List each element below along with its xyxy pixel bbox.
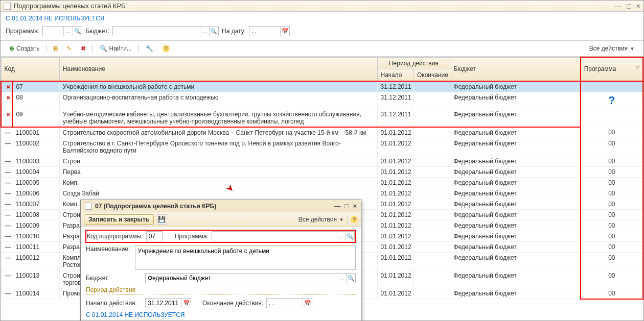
program-filter-input[interactable] bbox=[43, 27, 63, 36]
ellipsis-icon[interactable]: ... bbox=[63, 27, 73, 36]
calendar-icon[interactable]: 📅 bbox=[303, 299, 312, 308]
item-icon: — bbox=[5, 179, 12, 186]
copy-icon: ⎘ bbox=[54, 45, 57, 52]
date-filter-field[interactable]: 📅 bbox=[249, 26, 290, 36]
search-icon[interactable]: 🔍 bbox=[345, 232, 354, 241]
delete-button[interactable]: ✖ bbox=[77, 43, 89, 54]
sort-icon: ▽ bbox=[636, 65, 639, 70]
separator bbox=[93, 44, 93, 53]
edit-button[interactable]: ✎ bbox=[63, 43, 75, 54]
create-button[interactable]: ⊕ Создать bbox=[6, 43, 43, 54]
gear-icon: 🔧 bbox=[146, 45, 153, 52]
name-label: Наименование: bbox=[86, 245, 132, 253]
dialog-body: Код подпрограммы: Программа: ... 🔍 Наиме… bbox=[81, 227, 361, 320]
budget-label: Бюджет: bbox=[86, 275, 142, 282]
date-filter-input[interactable] bbox=[249, 27, 280, 36]
header-program[interactable]: Программа ▽ bbox=[581, 57, 643, 81]
budget-input[interactable] bbox=[146, 274, 337, 283]
budget-filter-label: Бюджет: bbox=[85, 28, 109, 35]
program-label: Программа: bbox=[175, 233, 209, 240]
search-icon[interactable]: 🔍 bbox=[346, 274, 355, 283]
start-input[interactable] bbox=[146, 299, 181, 308]
chevron-down-icon: ▼ bbox=[630, 46, 635, 52]
help-button[interactable]: ? bbox=[159, 43, 173, 54]
header-end[interactable]: Окончание bbox=[413, 69, 450, 81]
copy-button[interactable]: ⎘ bbox=[50, 43, 61, 54]
program-filter-field[interactable]: ... 🔍 bbox=[42, 26, 82, 36]
end-input[interactable] bbox=[267, 299, 303, 308]
help-button[interactable]: ? bbox=[351, 216, 358, 223]
edit-dialog: 07 (Подпрограмма целевой статьи КРБ) — □… bbox=[80, 200, 361, 320]
minimize-icon[interactable]: — bbox=[614, 2, 622, 10]
window-title: Подпрограммы целевых статей КРБ bbox=[14, 2, 614, 10]
program-input[interactable] bbox=[212, 232, 336, 241]
item-icon: — bbox=[5, 140, 12, 147]
x-icon: ✖ bbox=[81, 45, 86, 52]
close-icon[interactable]: × bbox=[353, 202, 357, 210]
maximize-icon[interactable]: □ bbox=[627, 2, 631, 10]
dialog-titlebar: 07 (Подпрограмма целевой статьи КРБ) — □… bbox=[81, 200, 361, 212]
save-button[interactable]: 💾 bbox=[157, 214, 167, 225]
ellipsis-icon[interactable]: ... bbox=[336, 232, 345, 241]
minimize-icon[interactable]: — bbox=[334, 202, 341, 210]
item-icon: — bbox=[5, 272, 12, 279]
find-label: Найти... bbox=[109, 45, 132, 52]
end-label: Окончание действия: bbox=[202, 300, 263, 307]
item-icon: — bbox=[5, 158, 12, 165]
ellipsis-icon[interactable]: ... bbox=[337, 274, 346, 283]
save-close-button[interactable]: Записать и закрыть bbox=[84, 214, 154, 225]
item-icon: — bbox=[5, 243, 12, 251]
separator bbox=[139, 44, 139, 53]
budget-filter-input[interactable] bbox=[113, 27, 200, 36]
find-button[interactable]: 🔍 Найти... bbox=[96, 43, 135, 54]
item-icon: — bbox=[5, 129, 12, 136]
name-input[interactable] bbox=[135, 245, 356, 270]
close-icon[interactable]: × bbox=[636, 2, 640, 10]
table-row[interactable]: —1100004Перва01.01.2012Федеральный бюдже… bbox=[1, 166, 643, 177]
table-row[interactable]: ✖09Учебно-методические кабинеты, централ… bbox=[1, 109, 643, 127]
dialog-icon bbox=[85, 203, 92, 210]
header-start[interactable]: Начало bbox=[377, 69, 413, 81]
program-filter-label: Программа: bbox=[6, 28, 39, 35]
calendar-icon[interactable]: 📅 bbox=[181, 299, 191, 308]
all-actions-button[interactable]: Все действия ▼ bbox=[586, 43, 638, 54]
code-label: Код подпрограммы: bbox=[87, 233, 143, 240]
header-code[interactable]: Код bbox=[1, 57, 59, 81]
table-row[interactable]: —1100002Строительство в г. Санкт-Петербу… bbox=[1, 138, 643, 156]
item-icon: — bbox=[5, 290, 12, 297]
calendar-icon[interactable]: 📅 bbox=[280, 27, 289, 36]
item-icon: — bbox=[5, 254, 12, 261]
table-row[interactable]: —1100003Строи01.01.2012Федеральный бюдже… bbox=[1, 156, 643, 166]
header-period[interactable]: Период действия bbox=[377, 57, 450, 69]
table-row[interactable]: —1100006Созда Забай01.01.2012Федеральный… bbox=[1, 188, 643, 199]
item-icon: — bbox=[5, 168, 12, 176]
separator bbox=[47, 44, 47, 53]
ellipsis-icon[interactable]: ... bbox=[200, 27, 209, 36]
filter-bar: Программа: ... 🔍 Бюджет: ... 🔍 На дату: … bbox=[1, 24, 643, 41]
item-icon: — bbox=[5, 222, 12, 229]
toolbar: ⊕ Создать ⎘ ✎ ✖ 🔍 Найти... 🔧 ? Все дейст… bbox=[1, 41, 643, 56]
table-row[interactable]: ✖07Учреждения по внешкольной работе с де… bbox=[1, 81, 643, 92]
header-name[interactable]: Наименование bbox=[59, 57, 377, 81]
table-row[interactable]: ✖08Организационно-воспитательная работа … bbox=[1, 92, 643, 109]
code-input[interactable] bbox=[147, 232, 162, 241]
disk-icon: 💾 bbox=[158, 216, 166, 223]
create-label: Создать bbox=[16, 45, 40, 52]
titlebar: Подпрограммы целевых статей КРБ — □ × bbox=[1, 1, 643, 12]
settings-button[interactable]: 🔧 bbox=[142, 43, 157, 54]
plus-icon: ⊕ bbox=[9, 45, 14, 52]
header-budget[interactable]: Бюджет bbox=[450, 57, 581, 81]
budget-filter-field[interactable]: ... 🔍 bbox=[112, 26, 219, 36]
item-icon: — bbox=[5, 233, 12, 240]
start-label: Начало действия: bbox=[86, 300, 142, 307]
table-row[interactable]: —1100005Комп.01.01.2012Федеральный бюдже… bbox=[1, 177, 643, 188]
all-actions-button[interactable]: Все действия ▼ bbox=[298, 216, 344, 223]
item-icon: — bbox=[5, 211, 12, 218]
maximize-icon[interactable]: □ bbox=[345, 202, 349, 210]
search-icon[interactable]: 🔍 bbox=[73, 27, 82, 36]
pencil-icon: ✎ bbox=[66, 45, 72, 52]
table-row[interactable]: —1100001Строительство скоростной автомоб… bbox=[1, 127, 643, 138]
search-icon[interactable]: 🔍 bbox=[209, 27, 218, 36]
magnifier-icon: 🔍 bbox=[100, 45, 107, 52]
code-program-row: Код подпрограммы: Программа: ... 🔍 bbox=[86, 230, 356, 242]
